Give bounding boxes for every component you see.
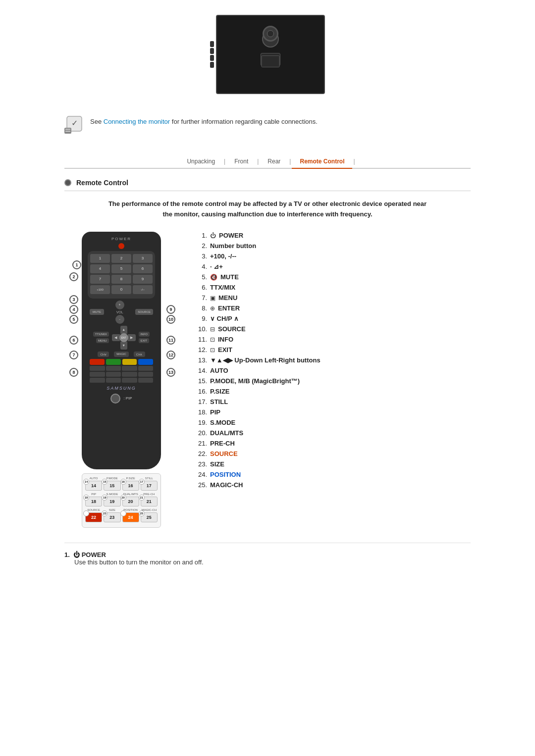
btn-dash[interactable]: -/-- <box>133 285 153 294</box>
label-item-5: 5. 🔇 MUTE <box>193 273 471 281</box>
badge-6: 6 <box>69 336 78 345</box>
footer-item-1-desc: Use this button to turn the monitor on a… <box>74 558 471 566</box>
btn-0[interactable]: 0 <box>111 285 131 294</box>
btn-blue[interactable] <box>138 359 153 365</box>
btn-info[interactable]: INFO <box>139 332 150 337</box>
panel-btn-25[interactable]: 25 25 <box>141 512 158 522</box>
nav-right-btn[interactable]: ▶ <box>128 334 136 341</box>
btn-2[interactable]: 2 <box>111 254 131 263</box>
page-container: ✓ See Connecting the monitor for further… <box>45 0 490 585</box>
btn-green[interactable] <box>106 359 121 365</box>
tab-unpacking[interactable]: Unpacking <box>179 155 223 168</box>
digit-row-3: 7 8 9 <box>90 275 153 284</box>
btn-red[interactable] <box>90 359 105 365</box>
btn-9[interactable]: 9 <box>133 275 153 284</box>
panel-btn-14[interactable]: 14 14 <box>85 481 102 491</box>
panel-btn-17[interactable]: 17 17 <box>141 481 158 491</box>
panel-btn-16[interactable]: 16 16 <box>122 481 139 491</box>
svg-text:✓: ✓ <box>71 119 78 127</box>
btn-7[interactable]: 7 <box>90 275 110 284</box>
panel-btn-22[interactable]: 22 22 <box>85 512 102 522</box>
nav-down-btn[interactable]: ▼ <box>120 342 127 350</box>
badge-10: 10 <box>166 315 175 324</box>
label-item-1: 1. ⏻ POWER <box>193 232 471 239</box>
footer-section: 1. ⏻ POWER Use this button to turn the m… <box>64 543 471 566</box>
footer-item-1-title: 1. ⏻ POWER <box>64 551 471 558</box>
digit-row-4: +100 0 -/-- <box>90 285 153 294</box>
monitor-rear-image <box>216 15 325 94</box>
badge-13: 13 <box>166 368 175 377</box>
small-btn-9[interactable] <box>90 378 105 383</box>
small-btn-12[interactable] <box>138 378 154 383</box>
nav-up-btn[interactable]: ▲ <box>120 326 127 334</box>
btn-4[interactable]: 4 <box>90 264 110 273</box>
btn-100[interactable]: +100 <box>90 285 110 294</box>
panel-btn-19[interactable]: 19 19 <box>104 497 120 506</box>
remote-inner: 1 2 3 4 5 6 7 8 9 <box>88 251 155 299</box>
panel-btn-20[interactable]: 20 20 <box>122 497 139 506</box>
badge-2: 2 <box>69 272 78 281</box>
small-btn-6[interactable] <box>106 372 121 377</box>
svg-rect-4 <box>65 131 70 132</box>
panel-btn-21[interactable]: 21 21 <box>141 497 158 506</box>
small-btn-4[interactable] <box>138 366 154 371</box>
remote-wrapper: 1 2 3 4 5 6 7 8 9 10 11 12 13 POWER 1 2 <box>64 232 178 528</box>
nav-left-btn[interactable]: ◀ <box>112 334 120 341</box>
btn-source-top[interactable]: SOURCE <box>135 309 153 315</box>
small-btn-1[interactable] <box>90 366 105 371</box>
labels-list: 1. ⏻ POWER 2. Number button 3. +100, -/-… <box>193 232 471 492</box>
small-btn-5[interactable] <box>90 372 105 377</box>
digit-row-1: 1 2 3 <box>90 254 153 263</box>
small-btn-3[interactable] <box>122 366 137 371</box>
note-text: See Connecting the monitor for further i… <box>90 114 318 125</box>
btn-vol-down[interactable]: - <box>115 315 124 324</box>
label-item-15: 15. P.MODE, M/B (MagicBright™) <box>193 377 471 385</box>
btn-8[interactable]: 8 <box>111 275 131 284</box>
label-item-18: 18. PIP <box>193 408 471 416</box>
small-btn-8[interactable] <box>138 372 154 377</box>
label-item-8: 8. ⊕ ENTER <box>193 304 471 312</box>
tab-rear[interactable]: Rear <box>260 155 288 168</box>
btn-5[interactable]: 5 <box>111 264 131 273</box>
panel-btn-15[interactable]: 15 15 <box>104 481 120 491</box>
btn-magic-mode[interactable]: MAGIC <box>114 352 129 357</box>
btn-6[interactable]: 6 <box>133 264 153 273</box>
btn-1[interactable]: 1 <box>90 254 110 263</box>
btn-ch-down[interactable]: CH∨ <box>98 352 109 357</box>
btn-menu[interactable]: MENU <box>96 338 109 343</box>
pip-row: : PIP <box>86 394 157 403</box>
tab-front[interactable]: Front <box>226 155 256 168</box>
footer-item-1: 1. ⏻ POWER Use this button to turn the m… <box>64 551 471 566</box>
panel-btn-23[interactable]: 23 23 <box>104 512 120 522</box>
label-item-17: 17. STILL <box>193 398 471 405</box>
btn-yellow[interactable] <box>122 359 137 365</box>
btn-ttx[interactable]: TTX/MIX <box>93 332 109 337</box>
btn-mute[interactable]: MUTE <box>90 309 104 315</box>
panel-btn-24[interactable]: 24 24 <box>122 512 139 522</box>
small-btn-10[interactable] <box>106 378 121 383</box>
btn-vol-up[interactable]: + <box>115 301 124 309</box>
small-btn-2[interactable] <box>106 366 121 371</box>
badge-1: 1 <box>72 260 81 269</box>
small-btn-11[interactable] <box>122 378 137 383</box>
label-item-14: 14. AUTO <box>193 367 471 374</box>
note-link[interactable]: Connecting the monitor <box>104 118 170 125</box>
section-divider <box>64 191 471 191</box>
label-item-11: 11. ⊡ INFO <box>193 336 471 343</box>
badge-9: 9 <box>166 305 175 314</box>
remote-power-button[interactable] <box>118 243 124 249</box>
vol-label: VOL <box>116 310 123 314</box>
small-btn-7[interactable] <box>122 372 137 377</box>
btn-ch-up[interactable]: CH∧ <box>134 352 145 357</box>
btn-exit[interactable]: EXIT <box>139 338 149 343</box>
nav-tabs: Unpacking | Front | Rear | Remote Contro… <box>64 155 471 169</box>
small-btn-grid-2 <box>90 372 153 377</box>
remote-bottom-panel: AUTO P.MODE P.SIZE STILL 14 14 15 15 <box>82 473 161 528</box>
label-item-4: 4. · ⊿+ <box>193 263 471 270</box>
btn-3[interactable]: 3 <box>133 254 153 263</box>
panel-btn-18[interactable]: 18 18 <box>85 497 102 506</box>
tab-remote-control[interactable]: Remote Control <box>292 155 352 169</box>
label-item-24: 24. POSITION <box>193 471 471 478</box>
nav-enter-btn[interactable]: ENT <box>119 333 128 342</box>
badge-7: 7 <box>69 351 78 359</box>
